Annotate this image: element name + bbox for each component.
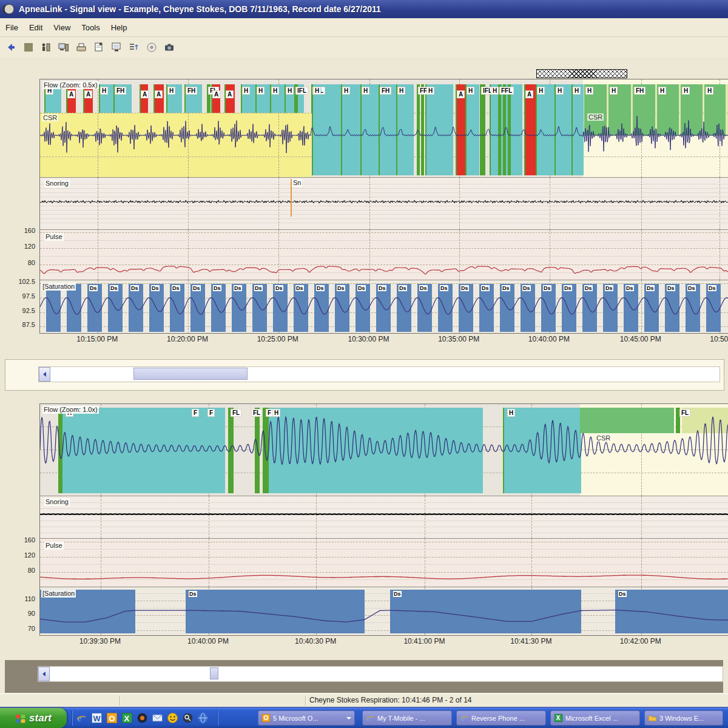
flow-limitation-event[interactable] <box>480 84 485 175</box>
bottom-signal-chart[interactable]: Flow (Zoom: 1.0x) CSR HFFFLFLFHHFL Snori… <box>39 403 728 636</box>
event-label: H <box>167 87 175 95</box>
printer-icon[interactable] <box>75 41 87 53</box>
event-label: A <box>67 90 75 98</box>
flow-limitation-event[interactable] <box>498 84 501 175</box>
task-button[interactable]: eMy T-Mobile - ... <box>362 710 452 726</box>
pulse-label-detail: Pulse <box>44 542 64 550</box>
cd-icon[interactable] <box>146 41 158 53</box>
snore-event-label: Sn <box>292 179 302 187</box>
apnea-event[interactable] <box>140 84 148 113</box>
messenger-icon[interactable] <box>167 712 178 724</box>
zoom-region-indicator[interactable] <box>536 69 627 78</box>
report-icon[interactable] <box>93 41 105 53</box>
menu-edit[interactable]: Edit <box>24 22 48 33</box>
flow-panel-detail[interactable]: Flow (Zoom: 1.0x) CSR HFFFLFLFHHFL <box>40 404 728 496</box>
detail-scrollbar-thumb[interactable] <box>210 667 218 679</box>
flow-panel-overview[interactable]: Flow (Zoom: 0.5x) CSR CSR HAAHFHAAHFHFLA… <box>40 79 728 177</box>
desaturation-event[interactable] <box>390 590 581 633</box>
overview-scroll-left-button[interactable] <box>39 367 50 382</box>
time-tick-label: 10:41:00 PM <box>403 637 445 645</box>
overview-scrollbar-track[interactable] <box>38 366 720 382</box>
desaturation-event[interactable] <box>615 590 728 633</box>
snoring-panel-detail[interactable]: Snoring <box>40 496 728 538</box>
excel-icon[interactable]: X <box>121 712 133 724</box>
saturation-panel-overview[interactable]: [Saturation DsDsDsDsDsDsDsDsDsDsDsDsDsDs… <box>40 280 728 333</box>
time-tick-label: 10:40:30 PM <box>295 637 336 645</box>
media-player-icon[interactable] <box>136 712 148 724</box>
mail-icon[interactable] <box>152 712 163 724</box>
csr-block[interactable] <box>580 408 674 433</box>
flow-limitation-event[interactable] <box>228 408 234 493</box>
grid-vline <box>641 178 642 229</box>
hypopnea-event[interactable] <box>341 84 360 175</box>
outlook-icon[interactable]: O <box>106 712 118 724</box>
flow-limitation-event[interactable] <box>508 84 511 175</box>
task-button[interactable]: XMicrosoft Excel ... <box>550 710 640 726</box>
y-axis-tick-label: 102.5 <box>1 278 35 285</box>
pulse-panel-detail[interactable]: Pulse <box>40 538 728 587</box>
menu-help[interactable]: Help <box>106 22 133 33</box>
hypopnea-event[interactable] <box>425 84 453 175</box>
hypopnea-event[interactable] <box>396 84 414 175</box>
task-button[interactable]: O5 Microsoft O... <box>258 710 355 726</box>
title-bar[interactable]: ApneaLink - Signal view - Example, Cheyn… <box>0 0 728 18</box>
menu-view[interactable]: View <box>48 22 76 33</box>
event-label: A <box>212 90 220 98</box>
hypopnea-event[interactable] <box>268 408 483 493</box>
hypopnea-event[interactable] <box>536 84 554 175</box>
saturation-label-detail: [Saturation <box>41 590 76 598</box>
hypopnea-event[interactable] <box>360 84 379 175</box>
search-icon[interactable] <box>182 712 194 724</box>
snoring-label: Snoring <box>44 180 70 187</box>
dropdown-arrow-icon[interactable] <box>346 717 351 720</box>
pulse-panel-overview[interactable]: Pulse <box>40 229 728 280</box>
flow-limitation-event[interactable] <box>421 84 424 175</box>
desaturation-label: Ds <box>393 591 402 597</box>
desaturation-event[interactable] <box>67 284 81 332</box>
desaturation-event[interactable] <box>186 590 365 633</box>
flow-limitation-event[interactable] <box>503 84 506 175</box>
hypopnea-event[interactable] <box>61 408 225 493</box>
back-icon[interactable] <box>5 41 17 53</box>
task-button[interactable]: 3 Windows E... <box>644 710 723 726</box>
overview-scrollbar-thumb[interactable] <box>133 368 248 380</box>
detail-scroll-left-button[interactable] <box>38 667 50 681</box>
saturation-panel-detail[interactable]: [Saturation DsDsDs <box>40 587 728 635</box>
device-download-icon[interactable] <box>58 41 70 53</box>
task-button[interactable]: eReverse Phone ... <box>456 710 546 726</box>
hypopnea-event[interactable] <box>490 84 522 175</box>
desaturation-event[interactable] <box>46 284 61 332</box>
patient-device-icon[interactable] <box>40 41 52 53</box>
monitor-report-icon[interactable] <box>110 41 123 53</box>
network-icon[interactable] <box>197 712 209 724</box>
apnea-event[interactable] <box>224 84 235 113</box>
grid-hline <box>40 508 728 509</box>
hypopnea-event[interactable] <box>554 84 571 175</box>
grid-hline <box>40 197 728 197</box>
hypopnea-event[interactable] <box>503 408 581 493</box>
menu-file[interactable]: File <box>0 22 24 33</box>
word-icon[interactable]: W <box>91 712 103 724</box>
menu-tools[interactable]: Tools <box>76 22 105 33</box>
hypopnea-event[interactable] <box>312 84 341 175</box>
top-signal-chart[interactable]: Flow (Zoom: 0.5x) CSR CSR HAAHFHAAHFHFLA… <box>39 79 728 334</box>
event-label: H <box>706 87 713 95</box>
ie-icon[interactable]: e <box>76 712 87 724</box>
bottom-time-axis: 10:39:30 PM10:40:00 PM10:40:30 PM10:41:0… <box>39 637 728 647</box>
svg-text:X: X <box>556 715 561 721</box>
camera-icon[interactable] <box>163 41 175 53</box>
hypopnea-event[interactable] <box>571 84 584 175</box>
hypopnea-event[interactable] <box>465 84 479 175</box>
start-button[interactable]: start <box>0 708 67 728</box>
flow-limitation-event[interactable] <box>255 408 260 493</box>
grid-hline <box>40 210 728 211</box>
patient-square-icon[interactable] <box>22 41 35 53</box>
detail-scrollbar-track[interactable] <box>38 666 723 682</box>
snoring-panel-overview[interactable]: Snoring Sn <box>40 177 728 229</box>
grid-vline <box>278 178 279 229</box>
settings-list-icon[interactable] <box>128 41 140 53</box>
svg-text:X: X <box>124 714 130 723</box>
hypopnea-event[interactable] <box>379 84 396 175</box>
apnea-event[interactable] <box>153 84 164 113</box>
flow-limitation-event[interactable] <box>417 84 420 175</box>
